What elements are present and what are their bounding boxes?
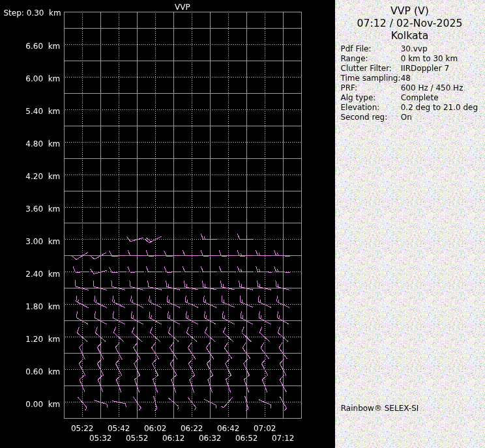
barb-tick-half	[278, 284, 279, 287]
barb-tick-half	[224, 315, 225, 318]
barb-tick-full	[277, 296, 278, 301]
barb-tick-full	[131, 296, 132, 301]
x-tick-label: 05:22	[71, 424, 94, 433]
y-tick-label: 5.40 km	[25, 107, 60, 116]
x-tick-label: 06:52	[235, 434, 258, 443]
vvp-chart: 6.60 km6.00 km5.40 km4.80 km4.20 km3.60 …	[0, 0, 485, 448]
x-tick-label: 05:42	[108, 424, 130, 433]
param-label: PRF:	[341, 83, 358, 92]
param-value: 48	[401, 74, 411, 83]
vvp-window: 6.60 km6.00 km5.40 km4.80 km4.20 km3.60 …	[0, 0, 485, 448]
y-tick-label: 0.60 km	[25, 367, 60, 376]
param-value: 0 km to 30 km	[401, 54, 458, 63]
panel-datetime: 07:12 / 02-Nov-2025	[357, 17, 463, 29]
y-tick-label: 2.40 km	[25, 270, 60, 279]
barb-tick-half	[188, 315, 188, 318]
y-axis-step-label: Step: 0.30 km	[4, 8, 61, 18]
barb-tick-half	[169, 315, 170, 318]
y-tick-label: 4.20 km	[25, 172, 60, 181]
y-tick-label: 3.00 km	[25, 237, 60, 246]
panel-branding: Rainbow® SELEX-SI	[341, 404, 419, 413]
panel-site-name: Kolkata	[391, 29, 429, 42]
param-label: Elevation:	[341, 103, 380, 112]
x-tick-label: 06:12	[162, 434, 185, 443]
barb-tick-half	[151, 315, 152, 318]
barb-tick-full	[149, 296, 150, 301]
x-tick-label: 06:02	[144, 424, 167, 433]
param-label: Alg type:	[341, 93, 376, 102]
param-label: Second reg:	[341, 113, 388, 122]
param-label: Range:	[341, 54, 368, 63]
x-tick-label: 06:42	[217, 424, 240, 433]
barb-tick-half	[241, 284, 242, 287]
x-tick-label: 06:32	[199, 434, 222, 443]
x-tick-label: 07:02	[254, 424, 276, 433]
barb-tick-half	[242, 315, 243, 318]
param-value: 600 Hz / 450 Hz	[401, 83, 463, 92]
y-tick-label: 1.20 km	[25, 335, 60, 344]
param-value: Complete	[401, 93, 439, 102]
x-tick-label: 05:52	[126, 434, 149, 443]
param-label: Time sampling:	[340, 74, 401, 83]
x-tick-label: 07:12	[272, 434, 295, 443]
barb-tick-half	[261, 315, 261, 318]
panel-product-title: VVP (V)	[390, 5, 429, 17]
y-tick-label: 4.80 km	[25, 139, 60, 148]
param-value: 30.vvp	[401, 44, 428, 53]
param-value: On	[401, 113, 412, 122]
barb-tick-half	[78, 300, 79, 303]
param-value: 0.2 deg to 21.0 deg	[401, 103, 478, 112]
y-tick-label: 6.60 km	[25, 42, 60, 51]
y-tick-label: 1.80 km	[25, 302, 60, 311]
param-label: Clutter Filter:	[341, 64, 392, 73]
y-tick-label: 6.00 km	[25, 74, 60, 83]
x-tick-label: 06:22	[181, 424, 203, 433]
y-tick-label: 0.00 km	[25, 400, 60, 409]
barb-tick-half	[133, 315, 134, 318]
y-tick-label: 3.60 km	[25, 204, 60, 214]
x-tick-label: 05:32	[89, 434, 112, 443]
barb-tick-half	[216, 405, 216, 408]
plot-title: VVP	[175, 3, 190, 12]
barb-tick-half	[259, 284, 260, 287]
barb-tick-half	[168, 284, 169, 287]
param-label: Pdf File:	[341, 44, 372, 53]
param-value: IIRDoppler 7	[401, 64, 449, 73]
